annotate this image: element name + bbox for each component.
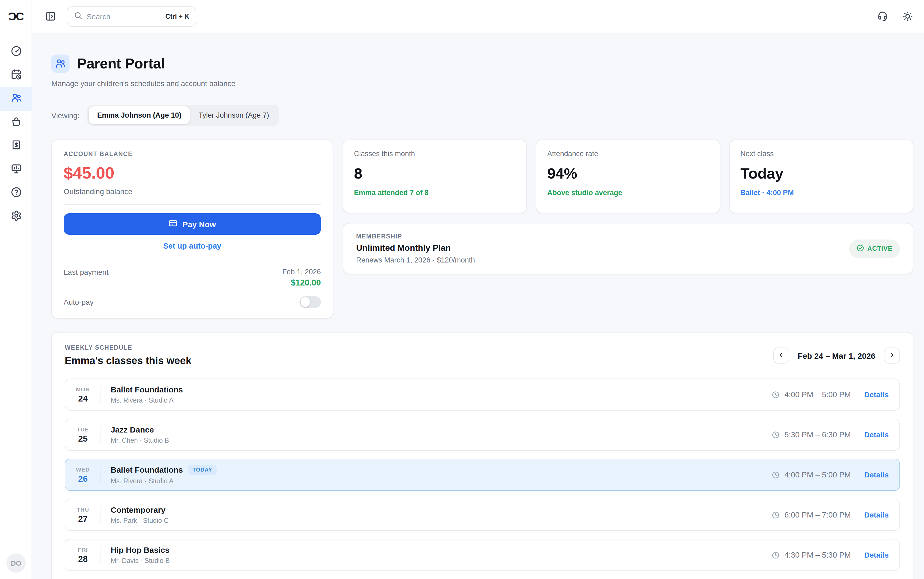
clock-icon: [772, 431, 780, 439]
day-column: TUE 25: [65, 426, 101, 443]
schedule-row-fri[interactable]: FRI 28 Hip Hop Basics Mr. Davis · Studio…: [65, 539, 900, 571]
day-number: 28: [65, 554, 101, 564]
details-link[interactable]: Details: [864, 430, 889, 439]
tab-child-tyler[interactable]: Tyler Johnson (Age 7): [190, 106, 278, 124]
row-right: 4:00 PM – 5:00 PM Details: [772, 390, 889, 399]
gear-icon: [10, 210, 22, 223]
autopay-label: Auto-pay: [64, 298, 93, 306]
stat-value: 8: [354, 165, 516, 182]
stats-row: Classes this month 8 Emma attended 7 of …: [343, 139, 913, 213]
class-info: Ballet Foundations TODAY Ms. Rivera · St…: [111, 465, 217, 485]
app-logo[interactable]: ƆC: [0, 0, 31, 33]
pay-now-button[interactable]: Pay Now: [64, 213, 321, 235]
sidebar-item-help[interactable]: [0, 181, 32, 205]
chevron-left-icon: [777, 351, 785, 360]
user-avatar[interactable]: DO: [7, 553, 26, 572]
divider: [101, 425, 101, 444]
class-time: 4:30 PM – 5:30 PM: [785, 551, 851, 559]
class-time: 4:00 PM – 5:00 PM: [785, 390, 851, 399]
details-link[interactable]: Details: [864, 510, 889, 519]
search-input[interactable]: [87, 12, 161, 21]
stat-value: Today: [740, 165, 902, 182]
row-right: 4:30 PM – 5:30 PM Details: [772, 551, 889, 559]
page-title: Parent Portal: [77, 55, 165, 72]
class-info: Hip Hop Basics Mr. Davis · Studio B: [111, 545, 170, 564]
membership-card: MEMBERSHIP Unlimited Monthly Plan Renews…: [343, 223, 913, 274]
class-info: Contemporary Ms. Park · Studio C: [111, 505, 169, 525]
autopay-toggle[interactable]: [299, 296, 321, 308]
sidebar: ƆC: [0, 0, 32, 579]
search-box[interactable]: Ctrl + K: [67, 6, 196, 26]
stat-value: 94%: [547, 165, 709, 182]
sidebar-item-dashboard[interactable]: [0, 40, 32, 64]
help-circle-icon: [10, 186, 22, 200]
stat-subtext: Emma attended 7 of 8: [354, 189, 516, 197]
details-link[interactable]: Details: [864, 551, 889, 559]
sidebar-item-reports[interactable]: [0, 158, 32, 181]
page-subtitle: Manage your children's schedules and acc…: [51, 79, 913, 88]
schedule-row-mon[interactable]: MON 24 Ballet Foundations Ms. Rivera · S…: [65, 378, 900, 411]
status-badge: ACTIVE: [849, 239, 900, 258]
cards-area: ACCOUNT BALANCE $45.00 Outstanding balan…: [51, 139, 913, 319]
next-week-button[interactable]: [884, 347, 900, 363]
divider: [64, 204, 321, 205]
prev-week-button[interactable]: [773, 347, 789, 363]
setup-autopay-link[interactable]: Set up auto-pay: [163, 242, 221, 250]
weekly-section-label: WEEKLY SCHEDULE: [65, 344, 191, 351]
day-column: THU 27: [65, 506, 101, 524]
details-link[interactable]: Details: [864, 471, 889, 479]
today-badge: TODAY: [188, 465, 217, 475]
users-icon: [10, 92, 22, 106]
clock-icon: [772, 391, 780, 399]
class-subtitle: Mr. Chen · Studio B: [111, 437, 169, 444]
class-time: 4:00 PM – 5:00 PM: [785, 471, 851, 479]
parent-portal-page: ƆC: [0, 0, 924, 579]
last-payment-amount: $120.00: [282, 278, 321, 288]
sidebar-nav: [0, 40, 31, 228]
search-shortcut: Ctrl + K: [165, 13, 189, 20]
day-name: FRI: [65, 546, 101, 553]
day-column: WED 26: [65, 466, 101, 484]
topbar-actions: [877, 11, 913, 22]
headset-icon[interactable]: [877, 11, 888, 22]
stat-label: Classes this month: [354, 150, 516, 158]
status-badge-label: ACTIVE: [867, 245, 893, 252]
balance-subtitle: Outstanding balance: [64, 187, 321, 196]
sidebar-item-parents[interactable]: [0, 87, 32, 111]
day-number: 25: [65, 434, 101, 443]
child-switcher: Emma Johnson (Age 10) Tyler Johnson (Age…: [87, 105, 279, 126]
sidebar-item-shop[interactable]: [0, 111, 32, 134]
last-payment-label: Last payment: [64, 268, 108, 276]
sun-icon[interactable]: [902, 11, 913, 22]
class-title: Ballet Foundations: [111, 465, 183, 474]
sidebar-item-billing[interactable]: [0, 134, 32, 158]
tab-child-emma[interactable]: Emma Johnson (Age 10): [88, 106, 190, 124]
credit-card-icon: [168, 219, 178, 229]
stat-subtext: Above studio average: [547, 189, 709, 197]
stat-subtext: Ballet · 4:00 PM: [740, 189, 902, 197]
weekly-schedule-card: WEEKLY SCHEDULE Emma's classes this week…: [51, 332, 913, 579]
right-column: Classes this month 8 Emma attended 7 of …: [343, 139, 913, 274]
class-title: Contemporary: [111, 505, 165, 514]
stat-label: Attendance rate: [547, 150, 709, 158]
last-payment-date: Feb 1, 2026: [282, 268, 321, 276]
topbar: Ctrl + K: [32, 0, 924, 33]
class-info: Ballet Foundations Ms. Rivera · Studio A: [111, 385, 183, 404]
details-link[interactable]: Details: [864, 390, 889, 399]
schedule-row-tue[interactable]: TUE 25 Jazz Dance Mr. Chen · Studio B 5:…: [65, 419, 900, 451]
day-name: MON: [65, 386, 101, 392]
class-subtitle: Ms. Rivera · Studio A: [111, 397, 183, 404]
class-title: Hip Hop Basics: [111, 545, 170, 554]
panel-toggle-icon[interactable]: [45, 11, 56, 22]
day-column: FRI 28: [65, 546, 101, 564]
schedule-row-thu[interactable]: THU 27 Contemporary Ms. Park · Studio C …: [65, 499, 900, 531]
class-subtitle: Ms. Rivera · Studio A: [111, 478, 217, 485]
schedule-row-wed-today[interactable]: WED 26 Ballet Foundations TODAY Ms. Rive…: [65, 459, 900, 491]
sidebar-item-settings[interactable]: [0, 205, 32, 228]
chevron-right-icon: [888, 351, 896, 360]
sidebar-item-schedule[interactable]: [0, 64, 32, 87]
calendar-clock-icon: [10, 69, 22, 82]
stat-card-attendance: Attendance rate 94% Above studio average: [536, 139, 720, 213]
class-time: 5:30 PM – 6:30 PM: [785, 430, 851, 439]
clock-icon: [772, 551, 780, 559]
